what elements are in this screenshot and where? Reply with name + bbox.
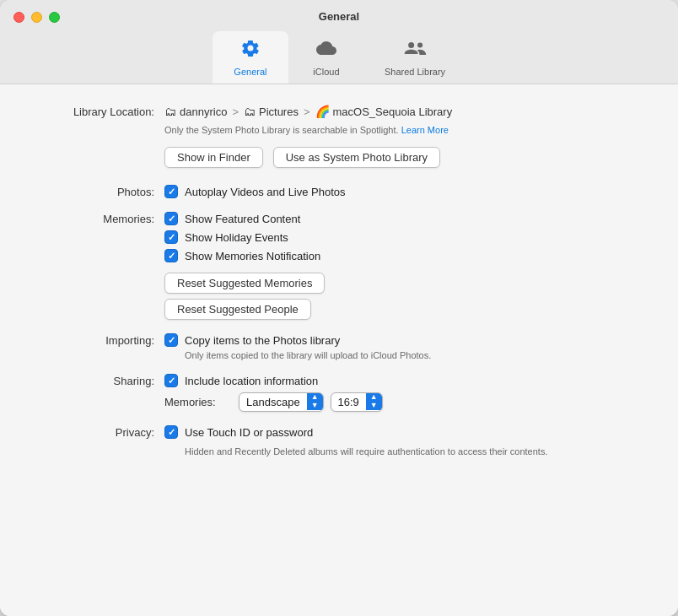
orientation-select[interactable]: Landscape ▲▼ bbox=[239, 392, 324, 412]
touch-id-row: Use Touch ID or password bbox=[164, 425, 644, 439]
featured-checkbox[interactable] bbox=[164, 212, 178, 225]
library-location-label: Library Location: bbox=[34, 105, 164, 118]
tab-icloud[interactable]: iCloud bbox=[288, 31, 364, 84]
tab-shared-library[interactable]: Shared Library bbox=[364, 31, 465, 84]
autoplay-row: Autoplay Videos and Live Photos bbox=[164, 185, 644, 198]
ratio-arrows-icon: ▲▼ bbox=[366, 393, 382, 410]
maximize-button[interactable] bbox=[49, 12, 60, 23]
folder-icon-1: 🗂 bbox=[164, 105, 176, 118]
use-as-system-library-button[interactable]: Use as System Photo Library bbox=[273, 147, 440, 168]
orientation-value: Landscape bbox=[239, 393, 307, 411]
library-location-content: 🗂 dannyrico > 🗂 Pictures > 🌈 macOS_Sequo… bbox=[164, 105, 644, 171]
sharing-content: Include location information Memories: L… bbox=[164, 374, 644, 412]
privacy-content: Use Touch ID or password Hidden and Rece… bbox=[164, 425, 644, 458]
path-sep1: > bbox=[232, 105, 239, 118]
show-in-finder-button[interactable]: Show in Finder bbox=[164, 147, 263, 168]
toolbar: General iCloud bbox=[213, 31, 465, 84]
reset-memories-button[interactable]: Reset Suggested Memories bbox=[164, 273, 325, 294]
sharing-memories-label: Memories: bbox=[164, 396, 232, 408]
path-part2: Pictures bbox=[259, 105, 299, 118]
location-checkbox[interactable] bbox=[164, 374, 178, 387]
library-location-section: Library Location: 🗂 dannyrico > 🗂 Pictur… bbox=[34, 105, 644, 171]
autoplay-checkbox[interactable] bbox=[164, 185, 178, 198]
main-window: General General iCloud bbox=[0, 0, 678, 616]
gear-icon bbox=[240, 38, 261, 63]
autoplay-label: Autoplay Videos and Live Photos bbox=[185, 186, 346, 198]
tab-general[interactable]: General bbox=[213, 31, 288, 84]
tab-general-label: General bbox=[234, 67, 266, 77]
memories-label: Memories: bbox=[34, 212, 164, 225]
importing-hint: Only items copied to the library will up… bbox=[185, 350, 644, 360]
sharing-label: Sharing: bbox=[34, 374, 164, 387]
library-hint: Only the System Photo Library is searcha… bbox=[164, 125, 644, 135]
importing-label: Importing: bbox=[34, 333, 164, 347]
memories-selects-row: Memories: Landscape ▲▼ 16:9 ▲▼ bbox=[164, 392, 644, 412]
folder-icon-2: 🗂 bbox=[244, 105, 256, 118]
orientation-arrows-icon: ▲▼ bbox=[307, 393, 323, 410]
memories-section: Memories: Show Featured Content Show Hol… bbox=[34, 212, 644, 320]
location-label: Include location information bbox=[185, 375, 318, 387]
touch-id-label: Use Touch ID or password bbox=[185, 426, 313, 439]
privacy-label: Privacy: bbox=[34, 425, 164, 439]
notification-checkbox[interactable] bbox=[164, 249, 178, 262]
learn-more-link[interactable]: Learn More bbox=[401, 125, 449, 135]
notification-row: Show Memories Notification bbox=[164, 249, 644, 262]
tab-icloud-label: iCloud bbox=[313, 67, 339, 77]
library-path: 🗂 dannyrico > 🗂 Pictures > 🌈 macOS_Sequo… bbox=[164, 105, 644, 118]
reset-people-button[interactable]: Reset Suggested People bbox=[164, 299, 311, 320]
holiday-row: Show Holiday Events bbox=[164, 230, 644, 244]
cloud-icon bbox=[316, 38, 336, 63]
path-part1: dannyrico bbox=[180, 105, 227, 118]
privacy-hint: Hidden and Recently Deleted albums will … bbox=[185, 446, 573, 458]
copy-label: Copy items to the Photos library bbox=[185, 334, 340, 347]
featured-label: Show Featured Content bbox=[185, 213, 300, 225]
tab-shared-library-label: Shared Library bbox=[385, 67, 445, 77]
copy-row: Copy items to the Photos library bbox=[164, 333, 644, 347]
library-buttons: Show in Finder Use as System Photo Libra… bbox=[164, 147, 644, 168]
importing-section: Importing: Copy items to the Photos libr… bbox=[34, 333, 644, 360]
main-content: Library Location: 🗂 dannyrico > 🗂 Pictur… bbox=[0, 84, 678, 616]
svg-point-1 bbox=[417, 42, 422, 47]
featured-row: Show Featured Content bbox=[164, 212, 644, 225]
importing-content: Copy items to the Photos library Only it… bbox=[164, 333, 644, 360]
location-row: Include location information bbox=[164, 374, 644, 387]
photos-section: Photos: Autoplay Videos and Live Photos bbox=[34, 185, 644, 198]
holiday-checkbox[interactable] bbox=[164, 230, 178, 244]
ratio-value: 16:9 bbox=[331, 393, 366, 411]
notification-label: Show Memories Notification bbox=[185, 250, 320, 262]
copy-checkbox[interactable] bbox=[164, 333, 178, 347]
svg-point-0 bbox=[408, 42, 414, 48]
close-button[interactable] bbox=[13, 12, 24, 23]
window-title: General bbox=[319, 10, 359, 23]
memories-content: Show Featured Content Show Holiday Event… bbox=[164, 212, 644, 320]
holiday-label: Show Holiday Events bbox=[185, 231, 288, 244]
photos-content: Autoplay Videos and Live Photos bbox=[164, 185, 644, 198]
traffic-lights bbox=[13, 12, 60, 23]
privacy-section: Privacy: Use Touch ID or password Hidden… bbox=[34, 425, 644, 458]
path-part3: macOS_Sequoia Library bbox=[333, 105, 453, 118]
minimize-button[interactable] bbox=[31, 12, 42, 23]
photos-label: Photos: bbox=[34, 185, 164, 198]
ratio-select[interactable]: 16:9 ▲▼ bbox=[331, 392, 383, 412]
titlebar: General General iCloud bbox=[0, 0, 678, 84]
touch-id-checkbox[interactable] bbox=[164, 425, 178, 439]
photos-icon: 🌈 bbox=[315, 105, 330, 118]
path-sep2: > bbox=[304, 105, 310, 118]
people-icon bbox=[403, 38, 427, 63]
sharing-section: Sharing: Include location information Me… bbox=[34, 374, 644, 412]
